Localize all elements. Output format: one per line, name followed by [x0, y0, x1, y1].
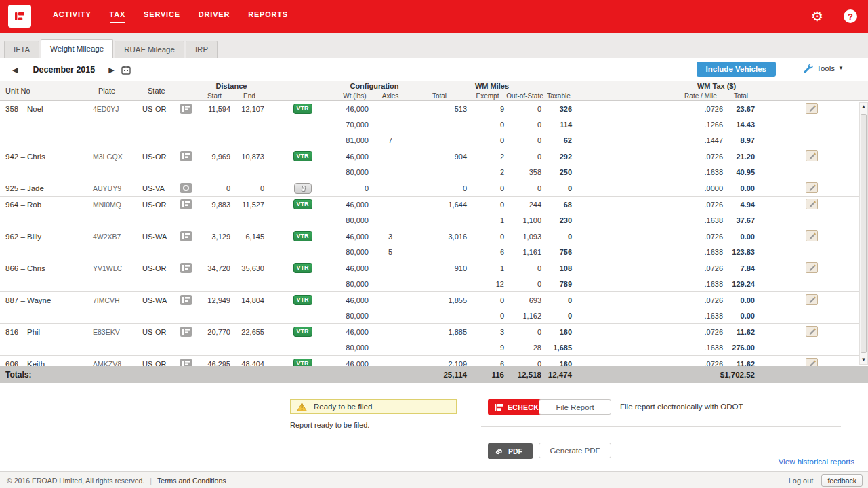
edit-row-button[interactable]: [806, 199, 818, 209]
table-row: 606 – KeithAMKZV8US-OR46,29548,404VTR46,…: [0, 356, 859, 366]
state-cell: US-OR: [142, 201, 175, 209]
weight-line: 70,00000114.126614.43: [0, 117, 859, 132]
weight-cell: 81,000: [339, 136, 371, 144]
out-of-state-cell: 0: [506, 280, 543, 288]
out-of-state-cell: 0: [506, 328, 543, 336]
edit-cell: [757, 326, 859, 338]
col-header-end: End: [232, 92, 266, 100]
generate-pdf-button[interactable]: Generate PDF: [539, 443, 611, 458]
distance-start-cell: 9,969: [197, 152, 232, 161]
edit-row-button[interactable]: [806, 326, 818, 337]
tax-amount-cell: 0.00: [725, 184, 757, 192]
device-cell: [175, 151, 197, 161]
table-body-viewport: 358 – Noel4ED0YJUS-OR11,59412,107VTR46,0…: [0, 101, 868, 366]
calendar-icon[interactable]: [121, 66, 131, 75]
edit-cell: [757, 230, 859, 242]
vehicle-line: 816 – PhilE83EKVUS-OR20,77022,655VTR46,0…: [0, 324, 859, 340]
scroll-down-icon[interactable]: ▼: [861, 356, 867, 364]
out-of-state-cell: 0: [506, 136, 543, 144]
tab-ifta[interactable]: IFTA: [4, 41, 39, 58]
nav-driver[interactable]: DRIVER: [199, 10, 230, 23]
edit-row-button[interactable]: [806, 262, 818, 273]
out-of-state-cell: 0: [506, 264, 543, 272]
include-vehicles-button[interactable]: Include Vehicles: [697, 62, 776, 77]
nav-service[interactable]: SERVICE: [144, 10, 180, 23]
unit-cell: 866 – Chris: [0, 264, 93, 272]
eroad-device-icon: [180, 295, 192, 305]
help-icon[interactable]: ?: [844, 9, 857, 23]
edit-row-button[interactable]: [806, 182, 818, 193]
rate-cell: .1447: [676, 136, 725, 144]
tab-ruaf-mileage[interactable]: RUAF Mileage: [115, 41, 184, 58]
total-miles-cell: 2,109: [410, 360, 469, 367]
pdf-button[interactable]: PDF: [488, 443, 533, 459]
settings-gear-icon[interactable]: ⚙: [811, 9, 823, 23]
taxable-cell: 292: [543, 152, 574, 161]
out-of-state-cell: 693: [506, 296, 543, 304]
previous-month-button[interactable]: ◀: [12, 66, 18, 75]
eroad-device-icon: [180, 231, 192, 241]
tab-irp[interactable]: IRP: [186, 41, 218, 58]
nav-reports[interactable]: REPORTS: [248, 10, 288, 23]
vtr-badge: VTR: [293, 327, 312, 337]
vtr-badge: VTR: [293, 359, 312, 366]
state-cell: US-OR: [142, 360, 175, 367]
exempt-cell: 2: [469, 168, 506, 176]
vtr-badge: VTR: [293, 231, 312, 241]
file-report-button[interactable]: File Report: [539, 399, 611, 415]
view-historical-reports-link[interactable]: View historical reports: [779, 458, 854, 466]
totals-label: Totals:: [0, 370, 175, 380]
feedback-button[interactable]: feedback: [821, 474, 863, 487]
copyright-text: © 2016 EROAD Limited, All rights reserve…: [7, 476, 144, 485]
tab-weight-mileage[interactable]: Weight Mileage: [41, 39, 113, 58]
edit-row-button[interactable]: [806, 103, 818, 114]
device-cell: [175, 183, 197, 193]
axles-cell: 7: [371, 136, 410, 144]
nav-activity[interactable]: ACTIVITY: [53, 10, 91, 23]
unit-cell: 887 – Wayne: [0, 296, 93, 304]
scroll-up-icon[interactable]: ▲: [861, 103, 867, 111]
vehicle-line: 866 – ChrisYV1WLCUS-OR34,72035,630VTR46,…: [0, 260, 859, 276]
table-row: 964 – RobMNI0MQUS-OR9,88311,527VTR46,000…: [0, 197, 859, 228]
device-cell: [175, 359, 197, 366]
nav-tax[interactable]: TAX: [110, 10, 126, 23]
taxable-cell: 0: [543, 184, 574, 192]
exempt-cell: 3: [469, 328, 506, 336]
out-of-state-cell: 28: [506, 344, 543, 352]
eroad-device-icon: [180, 151, 192, 161]
out-of-state-cell: 0: [506, 121, 543, 129]
logout-link[interactable]: Log out: [789, 476, 814, 485]
tools-menu[interactable]: Tools ▼: [803, 63, 844, 73]
exempt-cell: 0: [469, 121, 506, 129]
device-cell: [175, 263, 197, 273]
taxable-cell: 756: [543, 248, 574, 256]
device-cell: [175, 231, 197, 241]
edit-row-button[interactable]: [806, 150, 818, 161]
edit-row-button[interactable]: [806, 230, 818, 241]
unit-cell: 964 – Rob: [0, 201, 93, 209]
distance-end-cell: 35,630: [232, 264, 266, 272]
rate-cell: .0726: [676, 152, 725, 161]
plate-cell: E83EKV: [93, 328, 142, 336]
out-of-state-cell: 0: [506, 360, 543, 367]
edit-row-button[interactable]: [806, 358, 818, 366]
eroad-logo-icon[interactable]: [8, 5, 31, 28]
distance-end-cell: 11,527: [232, 201, 266, 209]
rate-cell: .0726: [676, 232, 725, 241]
badge-cell: VTR: [266, 231, 339, 241]
tax-amount-cell: 23.67: [725, 105, 757, 113]
plate-cell: 7IMCVH: [93, 296, 142, 304]
scrollbar-thumb[interactable]: [861, 114, 867, 353]
col-header-total-miles: Total: [410, 92, 469, 100]
next-month-button[interactable]: ▶: [108, 66, 114, 75]
taxable-cell: 62: [543, 136, 574, 144]
total-miles-cell: 904: [410, 152, 469, 161]
vertical-scrollbar[interactable]: ▲ ▼: [859, 102, 868, 365]
edit-row-button[interactable]: [806, 294, 818, 305]
terms-link[interactable]: Terms and Conditions: [157, 476, 226, 485]
totals-out-of-state: 12,518: [506, 371, 543, 379]
distance-start-cell: 0: [197, 184, 232, 192]
tax-amount-cell: 11.62: [725, 328, 757, 336]
echeck-button[interactable]: ECHECK: [488, 399, 545, 415]
vehicle-line: 358 – Noel4ED0YJUS-OR11,59412,107VTR46,0…: [0, 101, 859, 117]
